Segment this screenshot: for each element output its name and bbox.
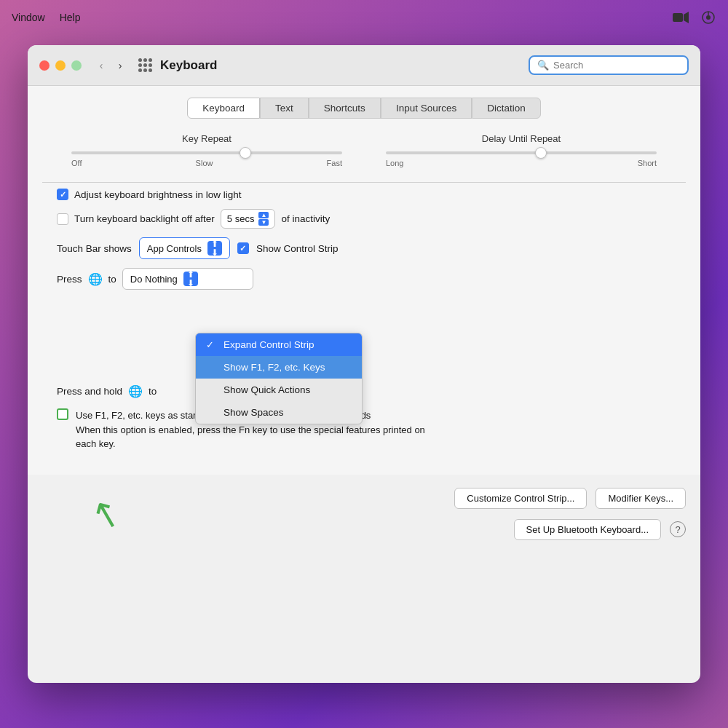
key-repeat-label: Key Repeat [71,133,342,144]
delay-repeat-track[interactable] [386,151,657,154]
content-area: Keyboard Text Shortcuts Input Sources Di… [28,86,700,475]
press-hold-label: Press and hold [57,386,122,397]
svg-rect-0 [673,13,683,22]
key-repeat-off: Off [71,159,82,167]
delay-long: Long [386,159,403,167]
backlight-time-stepper[interactable]: ▲ ▼ [258,212,269,226]
delay-repeat-group: Delay Until Repeat Long Short [386,133,657,167]
sliders-section: Key Repeat Off Slow Fast Delay Until Rep… [42,133,686,167]
press-globe-arrow[interactable]: ⬆⬇ [183,272,198,286]
settings-section: Adjust keyboard brightness in low light … [42,189,686,451]
globe-icon: 🌐 [88,272,103,286]
press-globe-dropdown[interactable]: Do Nothing ⬆⬇ [122,268,253,290]
dropdown-item-label-0: Expand Control Strip [223,339,314,350]
dropdown-item-label-2: Show Quick Actions [223,384,310,395]
turn-off-backlight-row: Turn keyboard backlight off after 5 secs… [57,209,671,229]
maximize-button[interactable] [71,60,82,71]
grid-icon[interactable] [137,58,153,74]
turn-off-backlight-checkbox[interactable] [57,213,68,225]
press-globe-row: Press 🌐 to Do Nothing ⬆⬇ [57,268,671,290]
search-bar[interactable]: 🔍 [529,55,689,75]
dropdown-menu: ✓ Expand Control Strip Show F1, F2, etc.… [195,333,363,424]
tab-dictation[interactable]: Dictation [472,98,541,119]
titlebar: ‹ › Keyboard 🔍 [28,45,700,86]
dropdown-item-showf1[interactable]: Show F1, F2, etc. Keys [196,356,362,379]
share-icon[interactable] [700,9,716,25]
video-icon[interactable] [673,9,689,25]
turn-off-label-before: Turn keyboard backlight off after [74,213,215,224]
back-arrow[interactable]: ‹ [93,58,109,74]
touchbar-label: Touch Bar shows [57,243,132,254]
menu-help[interactable]: Help [60,12,81,23]
key-repeat-labels: Off Slow Fast [71,159,342,167]
tabs-bar: Keyboard Text Shortcuts Input Sources Di… [42,98,686,119]
delay-repeat-label: Delay Until Repeat [386,133,657,144]
touchbar-dropdown[interactable]: App Controls ⬆⬇ [139,237,230,259]
globe-icon-2: 🌐 [128,384,143,398]
tab-text[interactable]: Text [260,98,309,119]
stepper-up[interactable]: ▲ [258,212,269,218]
bottom-row: Set Up Bluetooth Keyboard... ? [28,516,700,547]
delay-repeat-thumb[interactable] [535,147,547,159]
f1-checkbox[interactable] [57,408,68,420]
dropdown-item-spaces[interactable]: Show Spaces [196,401,362,424]
key-repeat-fast: Fast [327,159,342,167]
adjust-brightness-checkbox[interactable] [57,189,68,200]
press-hold-suffix: to [149,386,157,397]
f1-section: Use F1, F2, etc. keys as standard functi… [57,408,671,451]
menu-vindow[interactable]: Vindow [12,12,45,23]
bottom-buttons-row: Customize Control Strip... Modifier Keys… [28,480,700,516]
delay-short: Short [638,159,657,167]
dropdown-item-label-3: Show Spaces [223,407,284,418]
press-label: Press [57,274,82,285]
stepper-down[interactable]: ▼ [258,219,269,226]
modifier-keys-button[interactable]: Modifier Keys... [596,488,686,509]
f1-line3: each key. [76,438,116,449]
dropdown-item-expand[interactable]: ✓ Expand Control Strip [196,333,362,356]
backlight-time-select[interactable]: 5 secs ▲ ▼ [221,209,276,229]
bluetooth-keyboard-button[interactable]: Set Up Bluetooth Keyboard... [514,519,661,540]
key-repeat-slow: Slow [196,159,213,167]
touchbar-row: Touch Bar shows App Controls ⬆⬇ Show Con… [57,237,671,259]
search-icon: 🔍 [537,60,549,71]
touchbar-dropdown-arrow[interactable]: ⬆⬇ [207,241,222,256]
minimize-button[interactable] [55,60,66,71]
traffic-lights [39,60,82,71]
turn-off-label-after: of inactivity [281,213,330,224]
touchbar-value: App Controls [147,243,202,254]
menubar: Vindow Help [0,0,728,35]
search-input[interactable] [553,60,680,71]
customize-control-strip-button[interactable]: Customize Control Strip... [454,488,587,509]
nav-arrows: ‹ › [93,58,128,74]
key-repeat-thumb[interactable] [240,147,251,159]
key-repeat-group: Key Repeat Off Slow Fast [71,133,342,167]
window-title: Keyboard [160,58,217,73]
press-to-label: to [108,274,116,285]
dropdown-item-label-1: Show F1, F2, etc. Keys [223,362,325,373]
svg-marker-1 [684,12,689,23]
close-button[interactable] [39,60,50,71]
svg-point-3 [706,15,711,20]
tab-shortcuts[interactable]: Shortcuts [309,98,381,119]
f1-line2: When this option is enabled, press the F… [76,424,425,435]
press-globe-value: Do Nothing [130,274,178,285]
adjust-brightness-label: Adjust keyboard brightness in low light [74,189,242,200]
show-control-strip-checkbox[interactable] [237,242,249,254]
press-hold-row: Press and hold 🌐 to [57,384,671,398]
main-window: ‹ › Keyboard 🔍 Keyboard Text Shortcuts I… [28,45,700,683]
help-button[interactable]: ? [670,521,686,537]
key-repeat-track[interactable] [71,151,342,154]
adjust-brightness-row: Adjust keyboard brightness in low light [57,189,671,200]
forward-arrow[interactable]: › [112,58,128,74]
dropdown-item-quickactions[interactable]: Show Quick Actions [196,379,362,401]
checkmark-icon: ✓ [206,339,218,350]
divider-1 [42,182,686,183]
tab-input-sources[interactable]: Input Sources [381,98,472,119]
backlight-time-value: 5 secs [227,213,255,224]
tab-keyboard[interactable]: Keyboard [187,98,260,119]
delay-repeat-labels: Long Short [386,159,657,167]
show-control-strip-label: Show Control Strip [256,243,339,254]
menubar-icons [673,9,716,25]
